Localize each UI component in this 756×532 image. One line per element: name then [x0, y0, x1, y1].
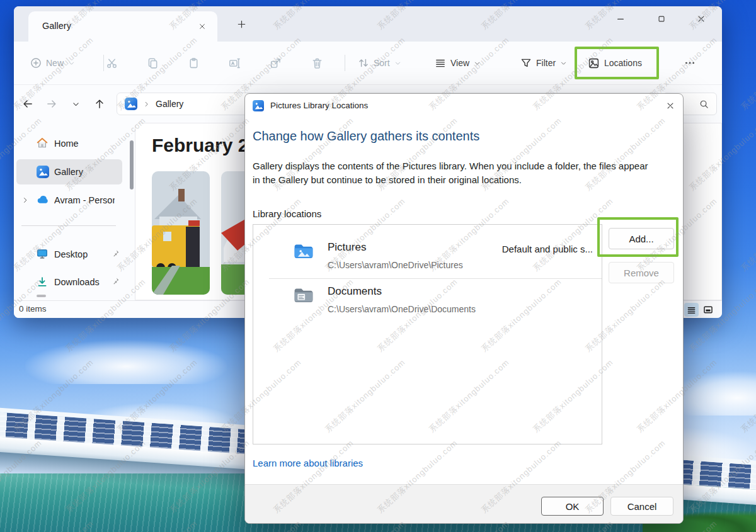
tab-close-icon[interactable] — [196, 20, 209, 33]
dialog-titlebar: Pictures Library Locations — [245, 94, 683, 118]
pictures-library-locations-dialog: Pictures Library Locations Change how Ga… — [244, 93, 684, 524]
pin-icon — [111, 249, 120, 260]
gallery-location-icon — [125, 98, 137, 110]
list-separator — [269, 278, 602, 279]
forward-icon[interactable] — [44, 96, 59, 111]
search-icon — [699, 99, 709, 109]
sidebar-item-desktop[interactable]: Desktop — [16, 244, 122, 265]
share-icon[interactable] — [265, 52, 287, 74]
dialog-title: Pictures Library Locations — [270, 101, 368, 110]
locations-highlight-box — [575, 47, 659, 79]
dialog-heading: Change how Gallery gathers its contents — [253, 129, 479, 144]
home-icon — [37, 137, 48, 150]
filter-button[interactable]: Filter — [515, 52, 572, 74]
sidebar-item-onedrive[interactable]: Avram - Personal — [16, 190, 122, 211]
filter-label: Filter — [536, 58, 556, 68]
maximize-icon[interactable] — [649, 10, 674, 28]
gallery-icon — [37, 166, 49, 178]
sidebar: Home Gallery Avram - Personal D — [14, 123, 135, 300]
sidebar-partial-item — [37, 295, 46, 297]
downloads-icon — [37, 276, 48, 288]
items-count: 0 items — [19, 304, 47, 314]
more-options-icon[interactable] — [679, 52, 701, 74]
photo-thumbnail[interactable] — [152, 171, 210, 295]
sidebar-divider — [21, 225, 116, 226]
sidebar-item-gallery[interactable]: Gallery — [16, 159, 122, 184]
new-tab-icon[interactable] — [234, 17, 248, 31]
remove-button[interactable]: Remove — [609, 262, 674, 283]
dialog-close-icon[interactable] — [661, 98, 680, 113]
add-highlight-box — [597, 217, 679, 257]
default-location-badge: Default and public s... — [502, 244, 593, 254]
desktop-icon — [37, 248, 48, 261]
onedrive-cloud-icon — [37, 193, 49, 208]
cut-icon[interactable] — [101, 52, 123, 74]
dialog-pictures-icon — [253, 100, 264, 111]
dialog-description: Gallery displays the contents of the Pic… — [253, 159, 656, 187]
delete-icon[interactable] — [306, 52, 328, 74]
library-locations-label: Library locations — [253, 208, 321, 219]
expand-chevron-icon[interactable] — [21, 196, 29, 204]
tab-title: Gallery — [42, 21, 71, 31]
new-label: New — [46, 58, 64, 68]
window-close-icon[interactable] — [689, 10, 714, 28]
up-icon[interactable] — [92, 96, 107, 111]
tab-strip: Gallery — [14, 6, 722, 42]
details-view-toggle-icon[interactable] — [684, 303, 699, 317]
sort-label: Sort — [374, 58, 390, 68]
library-locations-list: Pictures Default and public s... C:\User… — [253, 224, 602, 444]
learn-more-link[interactable]: Learn more about libraries — [253, 458, 363, 468]
cloud — [25, 340, 227, 384]
breadcrumb[interactable]: Gallery — [156, 99, 183, 109]
sidebar-scrollbar[interactable] — [130, 140, 134, 190]
view-label: View — [450, 58, 469, 68]
sort-button[interactable]: Sort — [353, 52, 406, 74]
dialog-footer: OK Cancel — [245, 484, 683, 524]
rename-icon[interactable] — [224, 52, 246, 74]
sidebar-item-downloads[interactable]: Downloads — [16, 271, 122, 293]
breadcrumb-chevron-icon — [143, 101, 150, 108]
recent-locations-icon[interactable] — [68, 96, 83, 111]
ok-button[interactable]: OK — [541, 497, 604, 516]
view-button[interactable]: View — [430, 52, 486, 74]
large-thumbnails-toggle-icon[interactable] — [701, 303, 715, 317]
documents-folder-icon — [294, 286, 314, 307]
date-group-heading: February 20 — [152, 135, 259, 156]
pin-icon — [111, 277, 120, 288]
new-button[interactable]: New — [25, 52, 80, 74]
copy-icon[interactable] — [142, 52, 164, 74]
tab-gallery[interactable]: Gallery — [28, 11, 217, 42]
cancel-button[interactable]: Cancel — [610, 497, 673, 516]
pictures-folder-icon — [294, 242, 314, 263]
back-icon[interactable] — [20, 96, 35, 111]
sidebar-item-home[interactable]: Home — [16, 133, 122, 154]
paste-icon[interactable] — [183, 52, 205, 74]
minimize-icon[interactable] — [608, 10, 633, 28]
